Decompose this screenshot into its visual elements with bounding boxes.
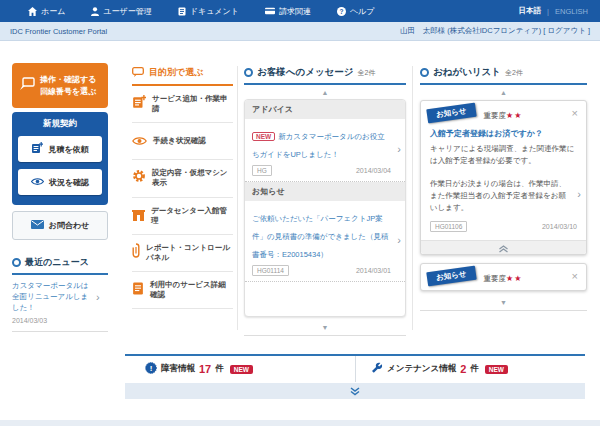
- message-code-badge: HG01114: [252, 265, 289, 276]
- select-line-icon: [19, 77, 35, 95]
- nav-item-home[interactable]: ホーム: [28, 6, 65, 17]
- menu-item-datacenter-entry[interactable]: データセンター入館管理: [132, 198, 233, 235]
- billing-icon: [265, 7, 275, 15]
- eye-icon: [132, 132, 147, 150]
- collapse-card-button[interactable]: [421, 240, 586, 254]
- home-icon: [28, 7, 37, 16]
- document-plus-icon: [132, 95, 146, 113]
- user-info-logout[interactable]: 山田 太郎様 (株式会社IDCフロンティア) [ ログアウト ]: [400, 26, 590, 36]
- new-contract-title: 新規契約: [18, 118, 102, 130]
- wrench-icon: [371, 360, 383, 378]
- new-badge: NEW: [485, 365, 508, 374]
- nav-item-help[interactable]: ? ヘルプ: [337, 6, 375, 17]
- nav-item-user-management[interactable]: ユーザー管理: [91, 6, 151, 17]
- scroll-down-icon[interactable]: ▼: [244, 324, 406, 331]
- section-bullet-icon: [420, 68, 429, 77]
- language-switcher: 日本語 | ENGLISH: [519, 6, 600, 16]
- building-icon: [132, 207, 145, 225]
- document-icon: [132, 281, 144, 299]
- status-bar: ! 障害情報 17 件 NEW メンテナンス情報 2 件 NEW: [125, 354, 585, 382]
- portal-title: IDC Frontier Customer Portal: [10, 27, 107, 36]
- section-rule: [12, 273, 108, 275]
- incident-info[interactable]: ! 障害情報 17 件 NEW: [125, 356, 355, 382]
- nav-item-label: ドキュメント: [190, 6, 239, 17]
- user-icon: [91, 7, 99, 16]
- svg-text:!: !: [150, 364, 153, 373]
- nav-item-documents[interactable]: ドキュメント: [178, 6, 239, 17]
- recent-news-title: 最近のニュース: [25, 256, 89, 269]
- messages-panel: アドバイス NEW新カスタマーポータルのお役立ちガイドをUPしました！ › HG…: [244, 99, 406, 317]
- scroll-up-icon[interactable]: ▲: [420, 89, 587, 96]
- message-item[interactable]: NEW新カスタマーポータルのお役立ちガイドをUPしました！ › HG 2014/…: [245, 119, 405, 182]
- customer-messages-section: お客様へのメッセージ 全2件 ▲ アドバイス NEW新カスタマーポータルのお役立…: [244, 66, 406, 336]
- envelope-icon: [31, 220, 44, 231]
- menu-item-procedure-status[interactable]: 手続き状況確認: [132, 123, 233, 160]
- message-link[interactable]: ご依頼いただいた「パーフェクトJP案件」の見積書の準備ができました（見積書番号：…: [252, 214, 388, 259]
- close-icon[interactable]: ×: [570, 106, 580, 121]
- news-link[interactable]: カスタマーポータルは全面リニューアルしました！: [12, 281, 94, 314]
- double-chevron-up-icon: [498, 239, 509, 257]
- menu-item-label: 手続き状況確認: [153, 136, 206, 146]
- new-contract-panel: 新規契約 見積を依頼 状況を確認: [12, 112, 108, 205]
- double-chevron-down-icon: [349, 382, 361, 400]
- section-bullet-icon: [12, 258, 21, 267]
- menu-item-vm-settings[interactable]: 設定内容・仮想マシン表示: [132, 160, 233, 197]
- request-quote-label: 見積を依頼: [48, 144, 88, 155]
- menu-item-label: レポート・コントロールパネル: [146, 243, 233, 263]
- importance-stars: ★★: [506, 111, 522, 120]
- wishlist-card-body[interactable]: 作業日がお決まりの場合は、作業申請、また作業担当者の入館予定者登録をお願いします…: [421, 174, 586, 213]
- expand-status-button[interactable]: [125, 383, 585, 399]
- wishlist-count: 全2件: [505, 68, 523, 78]
- select-line-label: 操作・確認する 回線番号を選ぶ: [40, 74, 96, 97]
- select-line-number-button[interactable]: 操作・確認する 回線番号を選ぶ: [12, 63, 108, 108]
- importance-label: 重要度★★: [484, 274, 523, 284]
- check-status-button[interactable]: 状況を確認: [18, 169, 102, 195]
- divider: [420, 310, 587, 311]
- lang-separator: |: [547, 7, 549, 16]
- new-badge: NEW: [252, 132, 275, 141]
- wishlist-card: お知らせ 重要度★★ × 入館予定者登録はお済ですか？ キャリアによる現場調査、…: [420, 100, 587, 255]
- incident-unit: 件: [215, 363, 224, 375]
- speech-bubble-icon: [132, 67, 144, 79]
- wishlist-date: 2014/03/10: [542, 223, 577, 230]
- customer-portal-page: ホーム ユーザー管理 ドキュメント 請求関連 ? ヘルプ 日本語 | ENGLI…: [0, 0, 600, 426]
- news-item[interactable]: カスタマーポータルは全面リニューアルしました！ ›: [12, 281, 108, 314]
- top-navigation: ホーム ユーザー管理 ドキュメント 請求関連 ? ヘルプ 日本語 | ENGLI…: [0, 0, 600, 22]
- nav-item-label: ユーザー管理: [103, 6, 151, 17]
- divider: [12, 331, 108, 332]
- help-icon: ?: [337, 7, 346, 16]
- purpose-menu: 目的別で選ぶ サービス追加・作業申請 手続き状況確認 設定内容・仮想マシン表示 …: [132, 66, 233, 309]
- wishlist-section: おねがいリスト 全2件 ▲ お知らせ 重要度★★ × 入館予定者登録はお済ですか…: [420, 66, 587, 311]
- scroll-down-icon[interactable]: ▼: [420, 299, 587, 306]
- menu-item-service-request[interactable]: サービス追加・作業申請: [132, 86, 233, 123]
- incident-count: 17: [199, 363, 211, 375]
- menu-item-service-details[interactable]: 利用中のサービス詳細確認: [132, 272, 233, 309]
- sub-header: IDC Frontier Customer Portal 山田 太郎様 (株式会…: [0, 22, 600, 41]
- news-date: 2014/03/03: [12, 317, 108, 324]
- empty-space: [245, 282, 405, 316]
- wishlist-card: お知らせ 重要度★★ ×: [420, 263, 587, 291]
- menu-item-report-panel[interactable]: レポート・コントロールパネル: [132, 235, 233, 272]
- wishlist-card-title[interactable]: 入館予定者登録はお済ですか？: [421, 121, 586, 139]
- lang-japanese[interactable]: 日本語: [519, 6, 542, 16]
- message-date: 2014/03/01: [356, 267, 391, 274]
- contact-button[interactable]: お問合わせ: [12, 211, 108, 240]
- chevron-right-icon: ›: [397, 235, 401, 246]
- maintenance-info[interactable]: メンテナンス情報 2 件 NEW: [355, 356, 585, 382]
- lang-english[interactable]: ENGLISH: [555, 7, 588, 16]
- maintenance-label: メンテナンス情報: [387, 363, 456, 375]
- message-code-badge: HG: [252, 165, 272, 176]
- scroll-up-icon[interactable]: ▲: [244, 89, 406, 96]
- contact-label: お問合わせ: [49, 220, 90, 231]
- message-date: 2014/03/04: [356, 167, 391, 174]
- message-group-header: お知らせ: [245, 182, 405, 201]
- importance-stars: ★★: [506, 274, 522, 283]
- message-item[interactable]: ご依頼いただいた「パーフェクトJP案件」の見積書の準備ができました（見積書番号：…: [245, 201, 405, 282]
- menu-item-label: データセンター入館管理: [151, 206, 233, 226]
- wishlist-card-body: キャリアによる現場調査、また関連作業には入館予定者登録が必要です。: [421, 139, 586, 166]
- wishlist-title: おねがいリスト: [433, 66, 501, 79]
- close-icon[interactable]: ×: [570, 269, 580, 284]
- svg-text:?: ?: [339, 7, 343, 14]
- request-quote-button[interactable]: 見積を依頼: [18, 136, 102, 162]
- nav-item-billing[interactable]: 請求関連: [265, 6, 311, 17]
